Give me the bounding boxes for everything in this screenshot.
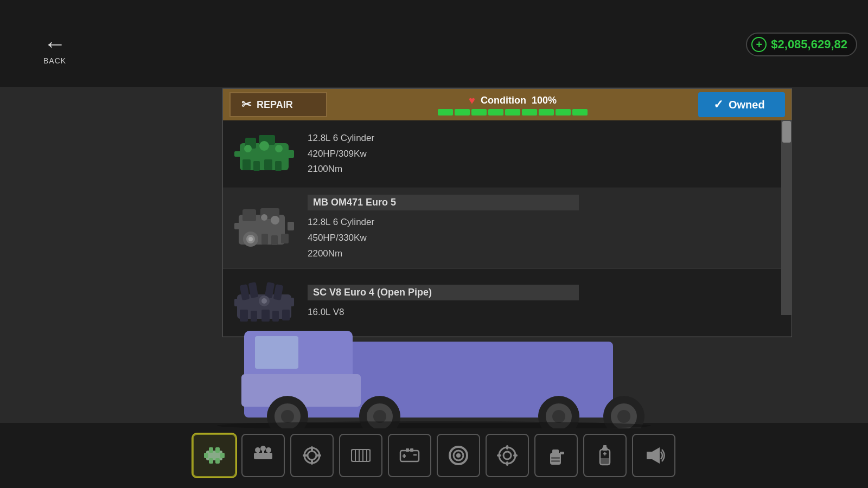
owned-button[interactable]: ✓ Owned xyxy=(698,92,785,117)
svg-rect-37 xyxy=(234,299,240,306)
svg-rect-96 xyxy=(497,454,501,457)
svg-rect-57 xyxy=(204,453,208,458)
condition-section: ♥ Condition 100% xyxy=(438,94,588,115)
repair-button[interactable]: ✂ REPAIR xyxy=(229,92,327,117)
svg-rect-60 xyxy=(215,447,220,453)
engine-item-1[interactable]: 12.8L 6 Cylinder 420HP/309Kw 2100Nm xyxy=(223,120,792,188)
engine-spec-1-line3: 2100Nm xyxy=(308,162,783,177)
engine-icon-2 xyxy=(234,204,294,253)
bar-6 xyxy=(522,109,537,115)
svg-rect-106 xyxy=(600,458,610,465)
svg-rect-75 xyxy=(316,454,321,457)
engine-spec-1-line1: 12.8L 6 Cylinder xyxy=(308,131,783,146)
turbo-icon xyxy=(299,443,324,468)
svg-rect-19 xyxy=(271,235,278,245)
fluid-icon xyxy=(592,443,617,468)
oil-icon xyxy=(544,443,569,468)
engine-spec-2-line2: 450HP/330Kw xyxy=(308,230,783,246)
icon-fluid[interactable] xyxy=(583,434,627,477)
svg-rect-11 xyxy=(288,150,294,158)
svg-point-54 xyxy=(617,410,630,423)
engine-image-1 xyxy=(232,127,297,181)
condition-label: Condition xyxy=(481,95,526,106)
horn-icon xyxy=(641,443,666,468)
icon-horn[interactable] xyxy=(632,434,675,477)
header-bar: ✂ REPAIR ♥ Condition 100% ✓ xyxy=(223,89,792,120)
bar-1 xyxy=(438,109,453,115)
battery-icon xyxy=(397,443,422,468)
condition-row: ♥ Condition 100% xyxy=(469,94,557,107)
engine-item-2[interactable]: MB OM471 Euro 5 12.8L 6 Cylinder 450HP/3… xyxy=(223,188,792,269)
svg-rect-3 xyxy=(242,159,251,170)
engine-info-2: MB OM471 Euro 5 12.8L 6 Cylinder 450HP/3… xyxy=(308,195,783,262)
bar-9 xyxy=(572,109,588,115)
svg-rect-59 xyxy=(209,447,213,453)
engine-info-1: 12.8L 6 Cylinder 420HP/309Kw 2100Nm xyxy=(308,131,783,178)
svg-rect-97 xyxy=(513,454,518,457)
svg-rect-72 xyxy=(311,446,313,452)
svg-point-91 xyxy=(456,453,461,458)
svg-point-45 xyxy=(281,410,294,423)
svg-rect-102 xyxy=(551,460,560,462)
tire-icon xyxy=(446,443,471,468)
svg-rect-22 xyxy=(288,222,294,230)
svg-point-48 xyxy=(373,410,386,423)
transmission-icon xyxy=(251,443,276,468)
icon-tire[interactable] xyxy=(437,434,480,477)
icon-battery[interactable] xyxy=(388,434,431,477)
svg-rect-41 xyxy=(255,336,298,369)
svg-rect-62 xyxy=(215,458,220,464)
svg-rect-56 xyxy=(206,451,222,460)
svg-point-8 xyxy=(259,141,269,151)
engine-spec-2-line1: 12.8L 6 Cylinder xyxy=(308,215,783,230)
currency-plus-icon: + xyxy=(751,37,767,52)
icon-turbo[interactable] xyxy=(290,434,334,477)
svg-point-93 xyxy=(503,452,511,459)
truck-svg xyxy=(190,320,678,428)
svg-rect-95 xyxy=(506,461,508,466)
engine-list: 12.8L 6 Cylinder 420HP/309Kw 2100Nm xyxy=(223,120,792,337)
condition-bars xyxy=(438,109,588,115)
bar-8 xyxy=(556,109,571,115)
engine-icon-1 xyxy=(234,130,294,178)
icon-cooling[interactable] xyxy=(339,434,382,477)
svg-rect-94 xyxy=(506,445,508,450)
icon-engine[interactable] xyxy=(193,434,236,477)
back-button[interactable]: ← BACK xyxy=(43,33,66,65)
svg-rect-6 xyxy=(275,161,282,171)
svg-point-92 xyxy=(499,447,515,464)
icon-oil[interactable] xyxy=(534,434,578,477)
svg-rect-73 xyxy=(311,459,313,465)
back-label: BACK xyxy=(43,56,66,65)
svg-rect-67 xyxy=(257,450,259,454)
brake-icon xyxy=(495,443,520,468)
svg-point-51 xyxy=(552,410,565,423)
svg-rect-100 xyxy=(560,452,564,454)
bar-4 xyxy=(488,109,503,115)
svg-rect-99 xyxy=(552,450,559,454)
svg-rect-74 xyxy=(303,454,308,457)
svg-rect-18 xyxy=(261,234,268,245)
heart-icon: ♥ xyxy=(469,94,475,107)
engine-image-2 xyxy=(232,201,297,255)
scrollbar-thumb[interactable] xyxy=(782,121,791,143)
cooling-icon xyxy=(348,443,373,468)
icon-transmission[interactable] xyxy=(241,434,285,477)
bg-top xyxy=(0,0,868,87)
engine-name-2: MB OM471 Euro 5 xyxy=(308,195,579,210)
svg-rect-10 xyxy=(234,151,241,157)
svg-rect-84 xyxy=(406,448,409,452)
bar-5 xyxy=(505,109,520,115)
repair-label: REPAIR xyxy=(257,99,293,111)
truck-scene xyxy=(0,309,868,428)
scrollbar-track[interactable] xyxy=(781,120,792,315)
svg-rect-4 xyxy=(253,161,260,171)
icon-brake[interactable] xyxy=(486,434,529,477)
engine-parts-icon xyxy=(202,443,227,468)
checkmark-icon: ✓ xyxy=(713,98,723,112)
svg-point-24 xyxy=(261,214,267,221)
condition-pct: 100% xyxy=(532,95,557,106)
engine-name-3: SC V8 Euro 4 (Open Pipe) xyxy=(308,285,579,300)
svg-point-36 xyxy=(261,298,267,304)
svg-point-9 xyxy=(275,145,283,152)
